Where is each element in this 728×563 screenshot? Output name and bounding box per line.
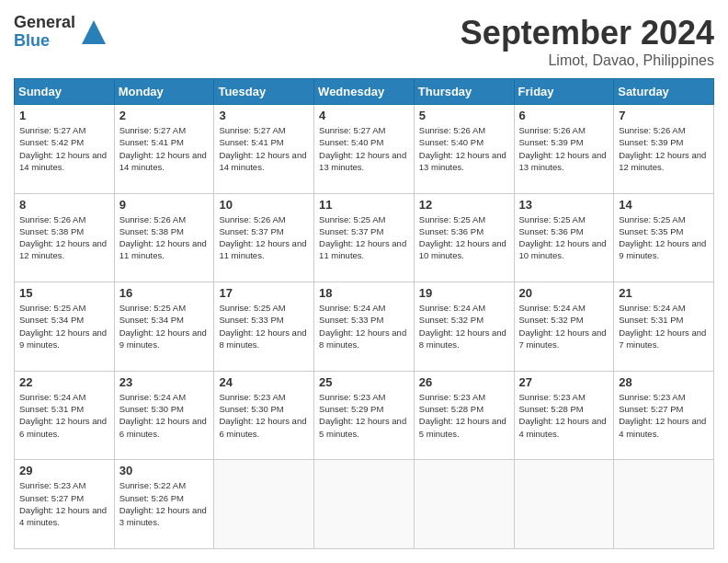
month-title: September 2024	[461, 14, 714, 52]
calendar-cell: 22Sunrise: 5:24 AMSunset: 5:31 PMDayligh…	[15, 371, 115, 460]
location: Limot, Davao, Philippines	[461, 52, 714, 69]
day-number: 8	[19, 198, 109, 212]
calendar-cell: 6Sunrise: 5:26 AMSunset: 5:39 PMDaylight…	[514, 105, 614, 194]
svg-marker-0	[82, 20, 106, 44]
calendar-cell: 24Sunrise: 5:23 AMSunset: 5:30 PMDayligh…	[214, 371, 314, 460]
day-number: 27	[519, 375, 609, 389]
day-info: Sunrise: 5:25 AMSunset: 5:33 PMDaylight:…	[219, 302, 309, 350]
day-number: 3	[219, 109, 309, 122]
day-number: 17	[219, 286, 309, 300]
calendar-cell: 25Sunrise: 5:23 AMSunset: 5:29 PMDayligh…	[314, 371, 415, 460]
day-info: Sunrise: 5:25 AMSunset: 5:36 PMDaylight:…	[519, 213, 609, 262]
day-info: Sunrise: 5:26 AMSunset: 5:39 PMDaylight:…	[519, 124, 609, 173]
day-info: Sunrise: 5:26 AMSunset: 5:38 PMDaylight:…	[119, 213, 210, 262]
calendar-cell: 2Sunrise: 5:27 AMSunset: 5:41 PMDaylight…	[114, 105, 214, 194]
calendar-cell	[614, 460, 714, 549]
calendar-cell: 27Sunrise: 5:23 AMSunset: 5:28 PMDayligh…	[514, 371, 614, 460]
calendar-cell	[514, 460, 614, 549]
day-number: 19	[419, 286, 509, 300]
day-number: 7	[619, 109, 709, 122]
calendar-header-sunday: Sunday	[15, 79, 115, 105]
day-number: 14	[619, 198, 709, 212]
day-info: Sunrise: 5:25 AMSunset: 5:37 PMDaylight:…	[319, 213, 409, 262]
day-number: 6	[519, 109, 609, 122]
day-info: Sunrise: 5:25 AMSunset: 5:36 PMDaylight:…	[419, 213, 509, 262]
calendar-cell: 18Sunrise: 5:24 AMSunset: 5:33 PMDayligh…	[314, 282, 415, 372]
calendar-cell: 17Sunrise: 5:25 AMSunset: 5:33 PMDayligh…	[214, 282, 314, 372]
calendar-cell: 10Sunrise: 5:26 AMSunset: 5:37 PMDayligh…	[214, 193, 314, 282]
day-info: Sunrise: 5:23 AMSunset: 5:28 PMDaylight:…	[419, 391, 509, 440]
day-info: Sunrise: 5:23 AMSunset: 5:30 PMDaylight:…	[219, 391, 309, 440]
calendar-header-tuesday: Tuesday	[214, 79, 314, 105]
calendar-cell: 16Sunrise: 5:25 AMSunset: 5:34 PMDayligh…	[114, 282, 214, 372]
calendar-header-wednesday: Wednesday	[314, 79, 415, 105]
calendar-cell: 1Sunrise: 5:27 AMSunset: 5:42 PMDaylight…	[15, 105, 115, 194]
calendar-cell: 4Sunrise: 5:27 AMSunset: 5:40 PMDaylight…	[314, 105, 415, 194]
day-number: 30	[119, 464, 210, 477]
day-number: 20	[519, 286, 609, 300]
calendar-cell: 12Sunrise: 5:25 AMSunset: 5:36 PMDayligh…	[414, 193, 514, 282]
day-number: 1	[19, 109, 109, 122]
calendar-header-friday: Friday	[514, 79, 614, 105]
day-info: Sunrise: 5:25 AMSunset: 5:35 PMDaylight:…	[619, 213, 709, 262]
calendar-cell: 3Sunrise: 5:27 AMSunset: 5:41 PMDaylight…	[214, 105, 314, 194]
calendar-header-saturday: Saturday	[614, 79, 714, 105]
day-info: Sunrise: 5:24 AMSunset: 5:32 PMDaylight:…	[419, 302, 509, 350]
day-info: Sunrise: 5:23 AMSunset: 5:28 PMDaylight:…	[519, 391, 609, 440]
calendar-cell: 7Sunrise: 5:26 AMSunset: 5:39 PMDaylight…	[614, 105, 714, 194]
calendar-cell: 9Sunrise: 5:26 AMSunset: 5:38 PMDaylight…	[114, 193, 214, 282]
day-number: 2	[119, 109, 210, 122]
day-number: 28	[619, 375, 709, 389]
day-info: Sunrise: 5:24 AMSunset: 5:31 PMDaylight:…	[19, 391, 109, 440]
day-number: 25	[319, 375, 409, 389]
calendar-cell	[214, 460, 314, 549]
day-number: 18	[319, 286, 409, 300]
day-number: 12	[419, 198, 509, 212]
calendar-cell: 30Sunrise: 5:22 AMSunset: 5:26 PMDayligh…	[114, 460, 214, 549]
day-number: 16	[119, 286, 210, 300]
calendar-cell: 11Sunrise: 5:25 AMSunset: 5:37 PMDayligh…	[314, 193, 415, 282]
calendar-cell: 13Sunrise: 5:25 AMSunset: 5:36 PMDayligh…	[514, 193, 614, 282]
day-info: Sunrise: 5:23 AMSunset: 5:29 PMDaylight:…	[319, 391, 409, 440]
calendar-cell: 5Sunrise: 5:26 AMSunset: 5:40 PMDaylight…	[414, 105, 514, 194]
calendar-cell	[414, 460, 514, 549]
day-number: 13	[519, 198, 609, 212]
day-number: 15	[19, 286, 109, 300]
calendar-cell: 8Sunrise: 5:26 AMSunset: 5:38 PMDaylight…	[15, 193, 115, 282]
day-info: Sunrise: 5:27 AMSunset: 5:41 PMDaylight:…	[219, 124, 309, 173]
calendar-cell: 26Sunrise: 5:23 AMSunset: 5:28 PMDayligh…	[414, 371, 514, 460]
day-info: Sunrise: 5:24 AMSunset: 5:31 PMDaylight:…	[619, 302, 709, 350]
calendar-cell: 21Sunrise: 5:24 AMSunset: 5:31 PMDayligh…	[614, 282, 714, 372]
calendar-header-thursday: Thursday	[414, 79, 514, 105]
day-info: Sunrise: 5:23 AMSunset: 5:27 PMDaylight:…	[619, 391, 709, 440]
calendar-cell: 14Sunrise: 5:25 AMSunset: 5:35 PMDayligh…	[614, 193, 714, 282]
day-number: 4	[319, 109, 409, 122]
day-info: Sunrise: 5:24 AMSunset: 5:30 PMDaylight:…	[119, 391, 210, 440]
calendar-header-monday: Monday	[114, 79, 214, 105]
day-info: Sunrise: 5:24 AMSunset: 5:32 PMDaylight:…	[519, 302, 609, 350]
calendar-cell: 15Sunrise: 5:25 AMSunset: 5:34 PMDayligh…	[15, 282, 115, 372]
day-info: Sunrise: 5:26 AMSunset: 5:39 PMDaylight:…	[619, 124, 709, 173]
calendar-cell: 29Sunrise: 5:23 AMSunset: 5:27 PMDayligh…	[15, 460, 115, 549]
day-info: Sunrise: 5:27 AMSunset: 5:42 PMDaylight:…	[19, 124, 109, 173]
calendar-cell: 28Sunrise: 5:23 AMSunset: 5:27 PMDayligh…	[614, 371, 714, 460]
day-number: 9	[119, 198, 210, 212]
day-info: Sunrise: 5:26 AMSunset: 5:40 PMDaylight:…	[419, 124, 509, 173]
day-number: 24	[219, 375, 309, 389]
day-info: Sunrise: 5:25 AMSunset: 5:34 PMDaylight:…	[119, 302, 210, 350]
calendar-cell: 20Sunrise: 5:24 AMSunset: 5:32 PMDayligh…	[514, 282, 614, 372]
calendar-cell: 23Sunrise: 5:24 AMSunset: 5:30 PMDayligh…	[114, 371, 214, 460]
calendar-cell	[314, 460, 415, 549]
day-number: 21	[619, 286, 709, 300]
day-info: Sunrise: 5:24 AMSunset: 5:33 PMDaylight:…	[319, 302, 409, 350]
day-number: 23	[119, 375, 210, 389]
logo-blue: Blue	[14, 32, 75, 51]
calendar-cell: 19Sunrise: 5:24 AMSunset: 5:32 PMDayligh…	[414, 282, 514, 372]
day-number: 10	[219, 198, 309, 212]
logo-general: General	[14, 14, 75, 32]
day-info: Sunrise: 5:23 AMSunset: 5:27 PMDaylight:…	[19, 479, 109, 528]
day-info: Sunrise: 5:27 AMSunset: 5:41 PMDaylight:…	[119, 124, 210, 173]
day-number: 11	[319, 198, 409, 212]
day-info: Sunrise: 5:26 AMSunset: 5:38 PMDaylight:…	[19, 213, 109, 262]
day-info: Sunrise: 5:26 AMSunset: 5:37 PMDaylight:…	[219, 213, 309, 262]
